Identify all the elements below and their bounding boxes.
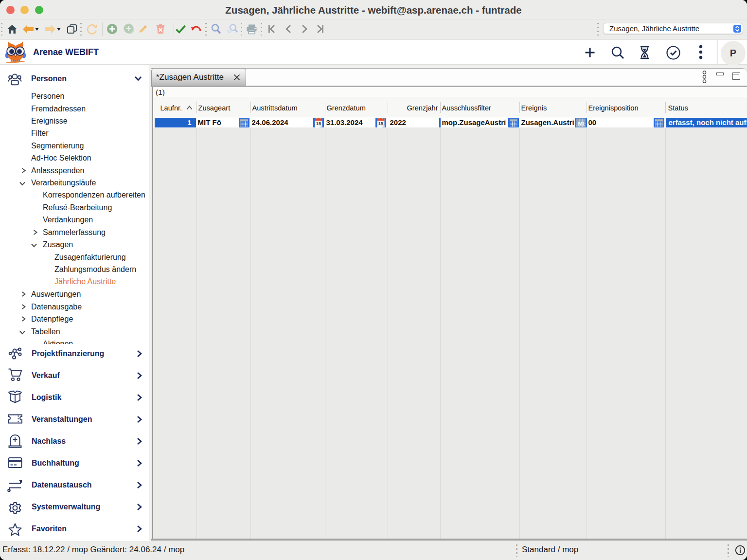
svg-text:MI: MI xyxy=(578,121,584,126)
svg-text:15: 15 xyxy=(378,121,383,126)
svg-text:15: 15 xyxy=(316,121,321,126)
